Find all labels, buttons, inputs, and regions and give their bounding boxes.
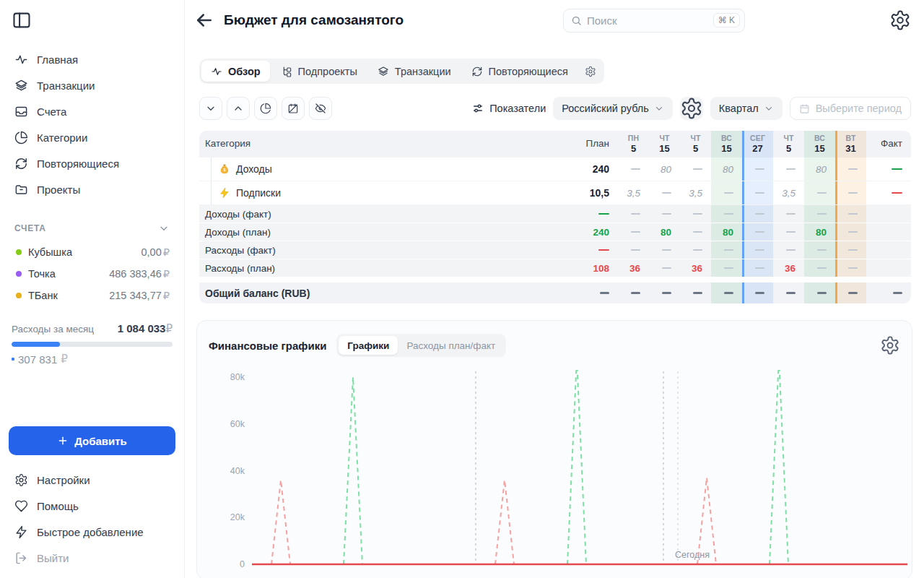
table-header-row: КатегорияПланПН5ЧТ15ЧТ5ВС15СЕГ27ЧТ5ВС15В… [199, 131, 911, 158]
table-cell: 36 [680, 259, 711, 277]
y-axis-tick-label: 40k [230, 466, 245, 476]
row-category-inner: Доходы (факт) [205, 205, 271, 223]
toolbar-right: Показатели Российский рубль Квартал Выбе… [472, 97, 911, 120]
currency-select[interactable]: Российский рубль [553, 97, 673, 120]
row-category-cell: Доходы (факт) [199, 205, 572, 223]
sidebar-footer-label: Помощь [37, 500, 79, 512]
refresh-icon [14, 157, 28, 171]
category-money-bag-icon: $ [219, 163, 230, 175]
table-cell [572, 205, 618, 223]
table-cell [618, 241, 649, 259]
search-icon [571, 15, 582, 26]
monthly-expenses-label: Расходы за месяц [12, 324, 94, 335]
sidebar-footer-nav: НастройкиПомощьБыстрое добавлениеВыйти [0, 467, 184, 571]
table-cell [711, 259, 742, 277]
period-select[interactable]: Квартал [710, 97, 783, 120]
sidebar-item-главная[interactable]: Главная [0, 46, 184, 72]
column-header-date-5: ЧТ5 [773, 131, 804, 158]
metrics-button[interactable]: Показатели [472, 103, 546, 114]
activity-icon [211, 66, 222, 77]
tab-транзакции[interactable]: Транзакции [368, 61, 461, 82]
table-cell [773, 282, 804, 303]
tab-обзор[interactable]: Обзор [201, 61, 270, 82]
table-cell [866, 158, 911, 181]
account-row[interactable]: Кубышка0,00₽ [0, 241, 184, 263]
table-cell [866, 241, 911, 259]
chevron-down-icon [205, 103, 217, 114]
table-cell [649, 282, 680, 303]
back-button[interactable] [193, 9, 215, 31]
sidebar-footer-item-zap[interactable]: Быстрое добавление [0, 519, 184, 545]
monthly-expenses-value: 1 084 033₽ [118, 322, 173, 335]
table-cell [804, 282, 835, 303]
table-cell [804, 259, 835, 277]
account-color-dot-icon [16, 293, 22, 298]
series-spike-Доходы (план) [567, 358, 586, 564]
monthly-progress-fill [12, 342, 60, 347]
sidebar-item-label: Транзакции [37, 79, 95, 92]
table-row: Общий баланс (RUB) [199, 282, 911, 303]
table-cell [649, 205, 680, 223]
pie-icon [14, 131, 28, 144]
account-row[interactable]: ТБанк215 343,77₽ [0, 285, 184, 306]
tab-settings-icon[interactable] [579, 61, 602, 82]
row-category-cell: $Доходы [199, 158, 572, 181]
calendar-icon [799, 103, 810, 114]
toolbar-chevron-up-button[interactable] [227, 97, 250, 120]
sidebar-footer-item-gear[interactable]: Настройки [0, 467, 184, 493]
table-cell [804, 205, 835, 223]
account-balance: 486 383,46₽ [109, 268, 170, 280]
table-cell [618, 158, 649, 181]
period-settings-button[interactable] [680, 97, 703, 120]
chart-series-group [252, 358, 907, 564]
activity-icon [14, 53, 28, 66]
toolbar-calendar-off-button[interactable] [282, 97, 305, 120]
sidebar-footer-item-logout[interactable]: Выйти [0, 545, 184, 571]
blue-dot-icon [12, 358, 14, 361]
table-cell: 3,5 [680, 181, 711, 204]
toolbar-eye-off-button[interactable] [309, 97, 332, 120]
sidebar-item-повторяющиеся[interactable]: Повторяющиеся [0, 150, 184, 176]
toolbar-pie-button[interactable] [254, 97, 277, 120]
table-cell [835, 205, 866, 223]
y-axis-tick-label: 20k [230, 512, 245, 522]
table-row[interactable]: Подписки10,53,53,53,5 [199, 181, 911, 205]
accounts-section-header[interactable]: СЧЕТА [0, 223, 184, 234]
chart-settings-icon[interactable] [880, 335, 900, 355]
table-row[interactable]: $Доходы240808080 [199, 158, 911, 181]
charts-card: Финансовые графики ГрафикиРасходы план/ф… [196, 320, 912, 578]
sidebar-item-категории[interactable]: Категории [0, 124, 184, 150]
table-cell: 3,5 [773, 181, 804, 204]
tab-подпроекты[interactable]: Подпроекты [271, 61, 367, 82]
row-category-inner: Расходы (план) [205, 259, 275, 277]
search-input[interactable] [587, 14, 708, 27]
table-cell: 80 [804, 223, 835, 241]
account-name: Точка [28, 268, 56, 280]
add-button[interactable]: Добавить [9, 426, 175, 455]
logout-icon [14, 551, 28, 565]
table-cell [649, 241, 680, 259]
header-settings-icon[interactable] [889, 9, 911, 31]
date-range-picker[interactable]: Выберите период [790, 97, 911, 120]
chevron-down-icon [764, 103, 774, 113]
table-cell [866, 205, 911, 223]
table-cell [742, 205, 773, 223]
chevron-down-icon [654, 103, 664, 113]
table-cell [866, 181, 911, 204]
toolbar-chevron-down-button[interactable] [199, 97, 222, 120]
sidebar-item-транзакции[interactable]: Транзакции [0, 72, 184, 98]
account-row[interactable]: Точка486 383,46₽ [0, 263, 184, 285]
sidebar-item-счета[interactable]: Счета [0, 98, 184, 124]
table-cell [572, 241, 618, 259]
sidebar-footer-item-heart[interactable]: Помощь [0, 493, 184, 519]
app-root: ГлавнаяТранзакцииСчетаКатегорииПовторяющ… [0, 0, 924, 578]
sidebar-toggle-icon[interactable] [12, 10, 32, 30]
sidebar-item-проекты[interactable]: Проекты [0, 176, 184, 202]
chart-tab[interactable]: Расходы план/факт [398, 336, 504, 355]
toolbar-left-icons [199, 97, 332, 120]
search-box[interactable]: ⌘ K [563, 9, 745, 33]
table-cell: 108 [572, 259, 618, 277]
tab-label: Транзакции [395, 66, 451, 77]
tab-повторяющиеся[interactable]: Повторяющиеся [462, 61, 578, 82]
chart-tab[interactable]: Графики [339, 336, 398, 355]
